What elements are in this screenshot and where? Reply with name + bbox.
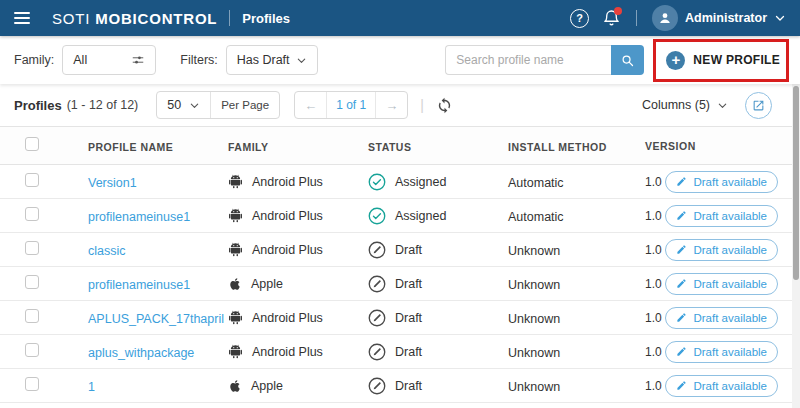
install-method-cell: Unknown xyxy=(484,343,624,361)
row-checkbox-cell xyxy=(0,343,64,361)
family-cell: Android Plus xyxy=(204,174,344,189)
table-row: APLUS_PACK_17thaprilAndroid PlusDraftUnk… xyxy=(0,301,800,335)
family-select[interactable]: All xyxy=(62,45,156,75)
pencil-icon xyxy=(676,346,687,357)
apple-icon xyxy=(228,277,242,291)
install-method-label: Unknown xyxy=(508,312,560,326)
search-icon xyxy=(620,53,635,68)
profile-name-cell: profilenameinuse1 xyxy=(64,275,204,293)
topbar-actions: ? Administrator xyxy=(570,5,786,31)
arrow-right-icon[interactable]: → xyxy=(376,92,407,118)
status-label: Draft xyxy=(395,277,422,291)
per-page-label: Per Page xyxy=(210,92,279,118)
family-label: Apple xyxy=(251,379,283,393)
search-button[interactable] xyxy=(611,45,644,75)
page-size-select[interactable]: 50 xyxy=(157,92,210,118)
pencil-icon xyxy=(676,176,687,187)
draft-available-badge[interactable]: Draft available xyxy=(665,307,778,329)
column-header-profile-name[interactable]: PROFILE NAME xyxy=(88,141,173,153)
status-cell: Assigned xyxy=(344,207,484,225)
profile-name-link[interactable]: profilenameinuse1 xyxy=(88,278,190,292)
chevron-down-icon xyxy=(296,55,307,66)
row-checkbox[interactable] xyxy=(25,173,39,187)
draft-pencil-icon xyxy=(368,275,386,293)
draft-available-badge[interactable]: Draft available xyxy=(665,341,778,363)
install-method-cell: Unknown xyxy=(484,275,624,293)
draft-pencil-icon xyxy=(368,377,386,395)
user-menu[interactable]: Administrator xyxy=(652,5,786,31)
install-method-label: Automatic xyxy=(508,176,564,190)
brand-logo: SOTI MOBICONTROL xyxy=(52,10,217,27)
row-checkbox[interactable] xyxy=(25,241,39,255)
top-navigation-bar: SOTI MOBICONTROL Profiles ? Administrato… xyxy=(0,0,800,36)
page-indicator: 1 of 1 xyxy=(326,92,376,118)
column-header-status[interactable]: STATUS xyxy=(368,141,411,153)
row-checkbox[interactable] xyxy=(25,207,39,221)
notification-dot xyxy=(614,7,622,15)
draft-available-badge[interactable]: Draft available xyxy=(665,273,778,295)
pencil-icon xyxy=(676,278,687,289)
version-cell: 1.0Draft available xyxy=(624,171,800,193)
profile-name-link[interactable]: 1 xyxy=(88,380,95,394)
badge-label: Draft available xyxy=(693,210,767,222)
android-icon xyxy=(228,208,243,223)
row-checkbox[interactable] xyxy=(25,343,39,357)
profile-name-link[interactable]: profilenameinuse1 xyxy=(88,210,190,224)
row-checkbox[interactable] xyxy=(25,377,39,391)
version-label: 1.0 xyxy=(645,277,662,291)
draft-available-badge[interactable]: Draft available xyxy=(665,205,778,227)
scrollbar-track[interactable] xyxy=(792,84,800,408)
profile-name-cell: profilenameinuse1 xyxy=(64,207,204,225)
version-label: 1.0 xyxy=(645,379,662,393)
install-method-cell: Automatic xyxy=(484,207,624,225)
arrow-left-icon[interactable]: ← xyxy=(295,92,326,118)
draft-available-badge[interactable]: Draft available xyxy=(665,239,778,261)
pencil-icon xyxy=(676,210,687,221)
assigned-check-icon xyxy=(368,173,386,191)
new-profile-button[interactable]: + NEW PROFILE xyxy=(664,47,782,74)
family-cell: Android Plus xyxy=(204,310,344,325)
help-icon[interactable]: ? xyxy=(570,9,589,28)
scrollbar-thumb[interactable] xyxy=(793,86,799,280)
draft-available-badge[interactable]: Draft available xyxy=(665,171,778,193)
filters-select[interactable]: Has Draft xyxy=(226,45,318,75)
status-label: Draft xyxy=(395,345,422,359)
profile-name-link[interactable]: aplus_withpackage xyxy=(88,346,194,360)
profile-name-link[interactable]: Version1 xyxy=(88,176,137,190)
status-label: Draft xyxy=(395,243,422,257)
new-profile-area: + NEW PROFILE xyxy=(664,47,782,74)
header-cell: STATUS xyxy=(344,137,484,155)
header-cell: PROFILE NAME xyxy=(64,137,204,155)
column-header-install-method[interactable]: INSTALL METHOD xyxy=(508,141,607,153)
install-method-cell: Unknown xyxy=(484,309,624,327)
row-checkbox[interactable] xyxy=(25,309,39,323)
family-label: Family: xyxy=(14,53,54,67)
version-label: 1.0 xyxy=(645,209,662,223)
table-row: aplus_withpackageAndroid PlusDraftUnknow… xyxy=(0,335,800,369)
refresh-icon[interactable] xyxy=(436,97,453,114)
android-icon xyxy=(228,242,243,257)
family-label: Android Plus xyxy=(252,243,323,257)
brand-soti: SOTI xyxy=(52,10,90,27)
status-cell: Draft xyxy=(344,343,484,361)
column-header-version[interactable]: VERSION xyxy=(645,140,696,152)
column-header-family[interactable]: FAMILY xyxy=(228,141,269,153)
filter-bar: Family: All Filters: Has Draft + NEW PRO… xyxy=(0,36,800,84)
row-checkbox[interactable] xyxy=(25,275,39,289)
notifications-bell-icon[interactable] xyxy=(602,9,621,28)
family-label: Android Plus xyxy=(252,209,323,223)
select-all-checkbox[interactable] xyxy=(25,137,39,151)
draft-available-badge[interactable]: Draft available xyxy=(665,375,778,397)
profile-name-cell: 1 xyxy=(64,377,204,395)
row-checkbox-cell xyxy=(0,241,64,259)
divider: | xyxy=(420,97,424,113)
profile-name-link[interactable]: classic xyxy=(88,244,126,258)
search-input[interactable] xyxy=(445,45,611,75)
profiles-table: PROFILE NAMEFAMILYSTATUSINSTALL METHODVE… xyxy=(0,126,800,403)
export-icon[interactable] xyxy=(745,92,772,119)
menu-icon[interactable] xyxy=(14,12,30,24)
new-profile-label: NEW PROFILE xyxy=(693,53,780,67)
pencil-icon xyxy=(676,244,687,255)
page-title: Profiles xyxy=(242,11,290,26)
columns-select[interactable]: Columns (5) xyxy=(642,98,728,112)
